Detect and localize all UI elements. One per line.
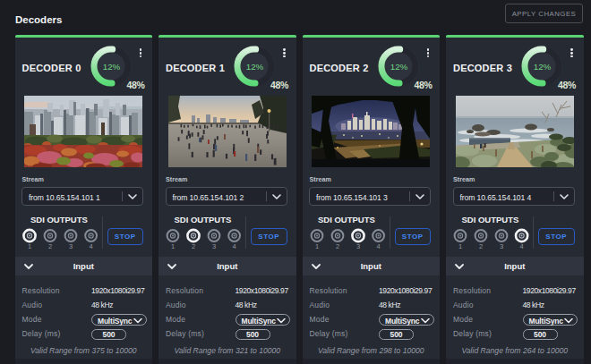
svg-text:2: 2: [47, 242, 51, 250]
svg-text:3: 3: [68, 242, 72, 250]
svg-text:1: 1: [314, 242, 318, 250]
svg-text:3: 3: [355, 242, 359, 250]
svg-text:4: 4: [520, 242, 524, 250]
svg-text:2: 2: [479, 242, 483, 250]
svg-text:2: 2: [335, 242, 338, 250]
svg-text:4: 4: [233, 242, 236, 250]
svg-text:4: 4: [89, 242, 92, 250]
svg-text:12%: 12%: [390, 61, 407, 71]
svg-text:12%: 12%: [102, 61, 120, 71]
svg-text:12%: 12%: [534, 61, 552, 71]
svg-text:2: 2: [192, 242, 195, 250]
svg-text:4: 4: [376, 242, 380, 250]
svg-text:12%: 12%: [246, 61, 264, 71]
svg-text:3: 3: [500, 242, 503, 250]
svg-text:3: 3: [212, 242, 216, 250]
svg-text:1: 1: [27, 242, 30, 250]
svg-text:1: 1: [171, 242, 175, 250]
svg-text:1: 1: [458, 242, 462, 250]
